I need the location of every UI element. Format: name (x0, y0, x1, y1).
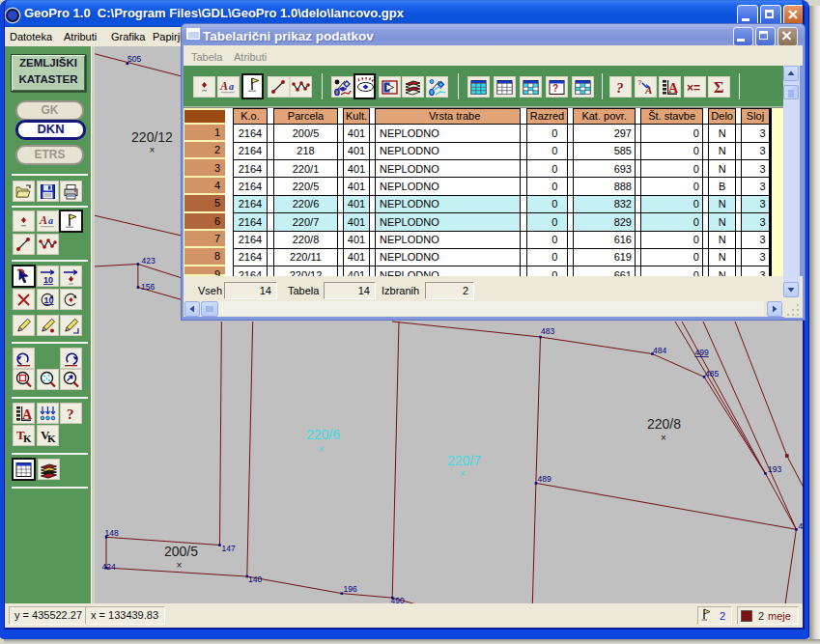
svg-text:489: 489 (538, 474, 551, 484)
svg-text:490: 490 (391, 596, 405, 604)
svg-text:196: 196 (344, 584, 357, 594)
svg-text:×=: ×= (687, 81, 700, 95)
svg-text:K: K (23, 433, 32, 444)
svg-text:505: 505 (127, 54, 141, 64)
svg-text:A: A (644, 84, 652, 96)
svg-text:?: ? (67, 406, 74, 422)
svg-text:Σ: Σ (714, 79, 723, 96)
svg-text:A: A (22, 407, 33, 422)
svg-text:K: K (47, 433, 56, 444)
svg-text:424: 424 (102, 562, 116, 572)
svg-text:220/8: 220/8 (647, 416, 681, 432)
svg-text:10: 10 (43, 275, 53, 285)
svg-text:10: 10 (43, 295, 53, 305)
svg-text:156: 156 (141, 282, 155, 292)
svg-text:140: 140 (248, 574, 262, 584)
svg-text:220/12: 220/12 (131, 129, 173, 145)
svg-text:220/6: 220/6 (306, 427, 340, 442)
svg-text:×: × (319, 444, 325, 455)
svg-text:×: × (150, 145, 156, 155)
svg-text:200/5: 200/5 (164, 544, 198, 559)
svg-text:193: 193 (768, 464, 781, 474)
svg-text:147: 147 (222, 544, 236, 553)
svg-text:220/7: 220/7 (447, 453, 481, 468)
svg-text:486: 486 (799, 521, 806, 531)
svg-text:484: 484 (653, 346, 666, 355)
svg-text:A: A (39, 213, 47, 227)
svg-text:×: × (661, 433, 666, 443)
svg-text:?: ? (552, 83, 558, 94)
svg-text:a: a (48, 215, 53, 226)
svg-text:×: × (177, 560, 183, 571)
svg-text:148: 148 (105, 528, 119, 538)
svg-text:a: a (229, 81, 234, 92)
svg-text:A: A (668, 81, 679, 96)
svg-text:423: 423 (142, 256, 156, 266)
svg-text:?: ? (616, 80, 624, 96)
svg-text:499: 499 (695, 348, 709, 357)
svg-text:×: × (460, 468, 466, 479)
svg-text:A: A (219, 79, 228, 93)
svg-text:483: 483 (541, 326, 554, 336)
svg-text:485: 485 (705, 369, 719, 378)
svg-text:?: ? (637, 78, 642, 87)
